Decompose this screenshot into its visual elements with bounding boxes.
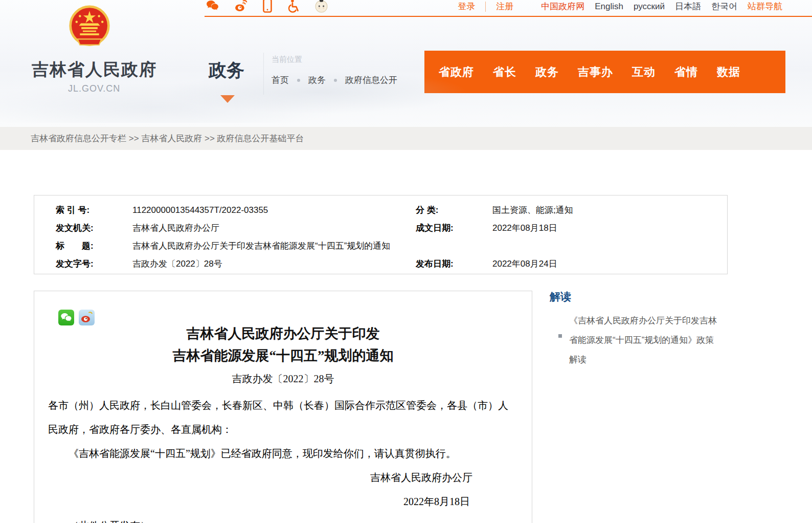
page: 登录 注册 中国政府网 English русский 日本語 한국어 站群导航 xyxy=(0,0,812,523)
gov-cn-link[interactable]: 中国政府网 xyxy=(541,1,584,12)
topbar-links: 登录 注册 中国政府网 English русский 日本語 한국어 站群导航 xyxy=(458,1,782,12)
meta-issuing-org-label: 发文机关: xyxy=(56,222,132,234)
weibo-icon[interactable] xyxy=(234,0,248,13)
korean-link[interactable]: 한국어 xyxy=(711,1,737,12)
site-name[interactable]: 吉林省人民政府 xyxy=(32,58,157,81)
meta-written-date-label: 成文日期: xyxy=(416,222,492,234)
russian-link[interactable]: русский xyxy=(634,2,665,12)
document-title-line2: 吉林省能源发展“十四五”规划的通知 xyxy=(34,345,532,367)
meta-publish-date-label: 发布日期: xyxy=(416,258,492,270)
signature-organization: 吉林省人民政府办公厅 xyxy=(48,466,518,490)
breadcrumb-home[interactable]: 首页 xyxy=(272,74,289,86)
nav-province-profile[interactable]: 省情 xyxy=(674,64,698,80)
mobile-icon[interactable] xyxy=(263,0,272,13)
breadcrumb-dot-icon xyxy=(297,79,300,82)
nav-interaction[interactable]: 互动 xyxy=(632,64,656,80)
breadcrumb-zhengwu[interactable]: 政务 xyxy=(308,74,326,86)
signature-date: 2022年8月18日 xyxy=(48,490,518,514)
meta-publish-date-value: 2022年08月24日 xyxy=(492,258,722,270)
meta-doc-number-label: 发文字号: xyxy=(56,258,132,270)
document-title-line1: 吉林省人民政府办公厅关于印发 xyxy=(34,323,532,345)
current-location-label: 当前位置 xyxy=(272,55,302,64)
nav-data[interactable]: 数据 xyxy=(717,64,740,80)
share-weibo-icon[interactable] xyxy=(79,310,95,325)
meta-issuing-org-value: 吉林省人民政府办公厅 xyxy=(132,222,416,234)
meta-title-value: 吉林省人民政府办公厅关于印发吉林省能源发展“十四五”规划的通知 xyxy=(132,240,722,252)
share-wechat-icon[interactable] xyxy=(58,310,74,325)
nav-jishiban[interactable]: 吉事办 xyxy=(578,64,613,80)
nav-provincial-government[interactable]: 省政府 xyxy=(439,64,474,80)
meta-category-label: 分 类: xyxy=(416,204,492,216)
breadcrumb-dot-icon xyxy=(334,79,337,82)
interpretation-title: 解读 xyxy=(550,290,739,304)
breadcrumb-info-disclosure[interactable]: 政府信息公开 xyxy=(345,74,397,86)
meta-written-date-value: 2022年08月18日 xyxy=(492,222,722,234)
meta-title-label: 标 题: xyxy=(56,240,132,252)
national-emblem-logo[interactable] xyxy=(68,4,111,53)
document-paragraph: 各市（州）人民政府，长白山管委会，长春新区、中韩（长春）国际合作示范区管委会，各… xyxy=(48,394,518,442)
login-link[interactable]: 登录 xyxy=(458,1,475,12)
site-header: 登录 注册 中国政府网 English русский 日本語 한국어 站群导航 xyxy=(0,0,812,127)
official-document: 吉林省人民政府办公厅关于印发 吉林省能源发展“十四五”规划的通知 吉政办发〔20… xyxy=(34,291,532,523)
site-group-nav-link[interactable]: 站群导航 xyxy=(748,1,782,12)
topbar-divider-line xyxy=(205,16,812,17)
document-paragraph: 《吉林省能源发展“十四五”规划》已经省政府同意，现印发给你们，请认真贯彻执行。 xyxy=(48,442,518,466)
document-number: 吉政办发〔2022〕28号 xyxy=(34,371,532,386)
document-content-box: 吉林省人民政府办公厅关于印发 吉林省能源发展“十四五”规划的通知 吉政办发〔20… xyxy=(34,291,532,523)
meta-index-label: 索 引 号: xyxy=(56,204,132,216)
section-title: 政务 xyxy=(209,58,244,82)
public-release-note: （此件公开发布） xyxy=(48,514,518,523)
interpretation-panel: 解读 《吉林省人民政府办公厅关于印发吉林省能源发展“十四五”规划的通知》政策解读 xyxy=(550,290,739,369)
register-link[interactable]: 注册 xyxy=(496,1,513,12)
breadcrumb: 首页 政务 政府信息公开 xyxy=(272,74,397,86)
topbar-social-icons xyxy=(206,0,328,13)
accessibility-icon[interactable] xyxy=(287,0,300,13)
site-domain: JL.GOV.CN xyxy=(68,83,120,94)
nav-zhengwu[interactable]: 政务 xyxy=(535,64,559,80)
share-buttons xyxy=(58,310,95,325)
japanese-link[interactable]: 日本語 xyxy=(675,1,701,12)
document-body: 各市（州）人民政府，长白山管委会，长春新区、中韩（长春）国际合作示范区管委会，各… xyxy=(34,394,532,523)
square-bullet-icon xyxy=(558,334,562,338)
main-nav: 省政府 省长 政务 吉事办 互动 省情 数据 xyxy=(424,51,785,93)
meta-index-value: 11220000013544357T/2022-03355 xyxy=(132,205,416,215)
elderly-mode-icon[interactable] xyxy=(314,0,328,13)
document-metadata-box: 索 引 号: 11220000013544357T/2022-03355 分 类… xyxy=(34,195,728,274)
document-title: 吉林省人民政府办公厅关于印发 吉林省能源发展“十四五”规划的通知 xyxy=(34,323,532,367)
platform-breadcrumb-text: 吉林省政府信息公开专栏 >> 吉林省人民政府 >> 政府信息公开基础平台 xyxy=(31,133,304,144)
nav-governor[interactable]: 省长 xyxy=(493,64,516,80)
interpretation-link[interactable]: 《吉林省人民政府办公厅关于印发吉林省能源发展“十四五”规划的通知》政策解读 xyxy=(558,311,723,369)
header-vertical-divider xyxy=(263,53,264,95)
wechat-icon[interactable] xyxy=(206,0,219,13)
meta-doc-number-value: 吉政办发〔2022〕28号 xyxy=(132,258,416,270)
interpretation-link-text: 《吉林省人民政府办公厅关于印发吉林省能源发展“十四五”规划的通知》政策解读 xyxy=(569,316,717,364)
english-link[interactable]: English xyxy=(595,2,623,12)
section-pointer-triangle-icon xyxy=(220,95,235,103)
platform-breadcrumb-bar: 吉林省政府信息公开专栏 >> 吉林省人民政府 >> 政府信息公开基础平台 xyxy=(0,127,812,150)
login-register-divider xyxy=(485,2,486,12)
meta-category-value: 国土资源、能源;通知 xyxy=(492,204,722,216)
